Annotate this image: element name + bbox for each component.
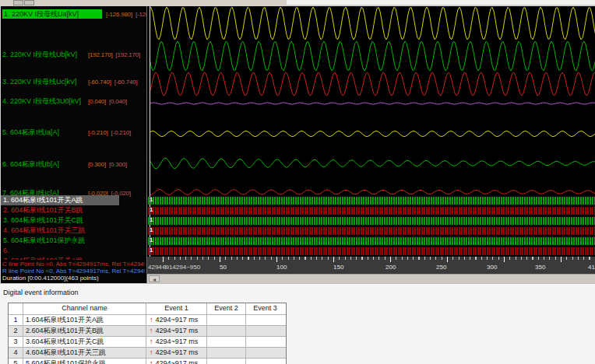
- event-rising-edge-icon: ↑: [150, 316, 153, 324]
- cursor-value: [-0.210]: [88, 129, 108, 136]
- cursor-value: [0.300]: [88, 161, 106, 168]
- analog-channel-values: [0.300][0.300]: [88, 160, 127, 170]
- digital-channel-row[interactable]: 1. 604柘泉I线101开关A跳: [1, 195, 119, 205]
- waveform-trace: [150, 72, 595, 96]
- analog-channel-label[interactable]: 4. 220KV I段母线3U0[kV]: [2, 96, 81, 106]
- digital-waveform-bar[interactable]: 1: [148, 217, 595, 225]
- digital-waveform-bar[interactable]: 1: [148, 237, 595, 245]
- ruler-tick-label: 200: [386, 264, 396, 271]
- analog-channel-label[interactable]: 6. 604柘泉I线Ib[A]: [2, 159, 59, 169]
- channel-name-cell: 5.604柘泉I线101保护永跳: [23, 359, 146, 364]
- toolbar-strip-light-area: [287, 0, 595, 5]
- cursor-status-line: C line Point No =0, Abs T=4294917ms, Rel…: [2, 261, 145, 268]
- cursor-time-label: 4294~914294~950: [148, 264, 200, 271]
- analog-channel-row[interactable]: 6. 604柘泉I线Ib[A][0.300][0.300]: [2, 159, 146, 170]
- horizontal-scrollbar[interactable]: ◄: [147, 274, 595, 283]
- digital-state-value: 1: [150, 216, 153, 223]
- ruler-tick-label-clipped: 41: [588, 264, 595, 271]
- table-header-cell: Event 2: [206, 303, 245, 314]
- table-header-cell: Channel name: [23, 303, 146, 314]
- table-row[interactable]: 22.604柘泉I线101开关B跳↑4294~917 ms: [9, 325, 286, 336]
- digital-waveform-bar[interactable]: 1: [148, 247, 595, 255]
- ruler-tick-label: 150: [333, 264, 343, 271]
- cursor-value: [-126.980]: [106, 11, 132, 18]
- cursor-value: [192.170]: [88, 51, 113, 58]
- digital-channel-row[interactable]: 2. 604柘泉I线101开关B跳: [1, 205, 86, 215]
- digital-state-value: 1: [150, 236, 153, 243]
- scroll-left-button[interactable]: ◄: [149, 275, 160, 282]
- channel-name-cell: 4.604柘泉I线101开关三跳: [23, 348, 146, 358]
- analog-channel-label[interactable]: 2. 220KV I段母线Ub[kV]: [2, 50, 77, 59]
- channel-name-cell: 2.604柘泉I线101开关B跳: [23, 326, 146, 336]
- event1-time: 4294~917 ms: [156, 359, 199, 364]
- analog-waveform-canvas[interactable]: [147, 6, 595, 197]
- ruler-tick-label: 100: [276, 264, 287, 271]
- digital-channel-row[interactable]: 6.: [1, 246, 12, 256]
- ref-value: [-60.740]: [114, 79, 138, 86]
- analog-channel-label[interactable]: 5. 604柘泉I线Ia[A]: [2, 128, 59, 137]
- event-rising-edge-icon: ↑: [150, 348, 153, 356]
- table-header-cell: Event 1: [146, 303, 206, 314]
- digital-channel-row[interactable]: 3. 604柘泉I线101开关C跳: [1, 215, 86, 226]
- channel-name-cell: 3.604柘泉I线101开关C跳: [23, 337, 146, 347]
- event2-cell: [206, 326, 245, 336]
- analog-channel-row[interactable]: 4. 220KV I段母线3U0[kV][0.040][0.040]: [2, 96, 146, 107]
- analog-channel-row[interactable]: 1. 220KV I段母线Ua[kV][-126.980][-126.980]: [2, 9, 146, 19]
- ruler-tick-label: 0: [163, 264, 166, 271]
- digital-event-panel: Digital event information Channel nameEv…: [0, 283, 595, 364]
- table-header-row: Channel nameEvent 1Event 2Event 3: [9, 303, 286, 314]
- waveform-trace: [150, 7, 595, 40]
- table-row[interactable]: 33.604柘泉I线101开关C跳↑4294~917 ms: [9, 336, 286, 347]
- analog-channel-values: [-0.210][-0.210]: [88, 128, 131, 138]
- status-block: C line Point No =0, Abs T=4294917ms, Rel…: [1, 260, 146, 283]
- event2-cell: [206, 348, 245, 358]
- analog-channel-row[interactable]: 5. 604柘泉I线Ia[A][-0.210][-0.210]: [2, 128, 146, 138]
- event3-cell: [245, 326, 284, 336]
- table-row[interactable]: 55.604柘泉I线101保护永跳↑4294~917 ms: [9, 358, 286, 364]
- event3-cell: [245, 315, 284, 325]
- ref-value: [-0.210]: [111, 129, 132, 136]
- event-rising-edge-icon: ↑: [150, 338, 153, 345]
- cursor-status-line: R line Point No =0, Abs T=4294917ms, Rel…: [2, 268, 145, 275]
- toolbar-button-1[interactable]: [13, 0, 23, 5]
- event1-cell: ↑4294~917 ms: [146, 326, 206, 336]
- channel-name-cell: 1.604柘泉I线101开关A跳: [23, 315, 146, 325]
- digital-waveform-bar[interactable]: 1: [148, 227, 595, 235]
- event3-cell: [245, 337, 284, 347]
- cursor-value: [-60.740]: [88, 79, 111, 86]
- event1-cell: ↑4294~917 ms: [146, 315, 206, 325]
- digital-waveform-bar[interactable]: 1: [148, 197, 595, 205]
- event1-time: 4294~917 ms: [156, 327, 199, 334]
- time-ruler[interactable]: 4294~914294~95005010015020025030035041: [147, 257, 595, 274]
- ref-value: [0.300]: [109, 161, 127, 168]
- main-area: C line Point No =0, Abs T=4294917ms, Rel…: [0, 6, 595, 283]
- analog-channel-row[interactable]: 2. 220KV I段母线Ub[kV][192.170][192.170]: [2, 50, 146, 60]
- waveform-trace: [150, 131, 595, 137]
- digital-channel-row[interactable]: 4. 604柘泉I线101开关三跳: [1, 226, 88, 236]
- analog-channel-label[interactable]: 1. 220KV I段母线Ua[kV]: [2, 9, 102, 19]
- table-header-cell: Event 3: [245, 303, 284, 314]
- digital-waveform-bar[interactable]: 1: [148, 207, 595, 215]
- event2-cell: [206, 315, 245, 325]
- wave-panel[interactable]: 4294~914294~95005010015020025030035041 ◄…: [146, 6, 595, 283]
- top-toolbar-strip: [0, 0, 595, 6]
- digital-state-value: 1: [150, 206, 153, 213]
- analog-channel-row[interactable]: 3. 220KV I段母线Uc[kV][-60.740][-60.740]: [2, 77, 146, 87]
- table-row[interactable]: 44.604柘泉I线101开关三跳↑4294~917 ms: [9, 347, 286, 358]
- analog-channel-values: [-60.740][-60.740]: [88, 78, 138, 87]
- ref-value: [-126.980]: [136, 11, 146, 18]
- analog-channel-label[interactable]: 3. 220KV I段母线Uc[kV]: [2, 77, 77, 86]
- table-row[interactable]: 11.604柘泉I线101开关A跳↑4294~917 ms: [9, 314, 286, 325]
- digital-channel-row[interactable]: 5. 604柘泉I线101保护永跳: [1, 236, 88, 246]
- analog-channel-values: [-126.980][-126.980]: [106, 10, 146, 19]
- duration-status-line: Duration [0:00.412000](463 points): [2, 275, 145, 282]
- waveform-trace: [150, 190, 595, 195]
- toolbar-button-2[interactable]: [24, 0, 34, 5]
- digital-event-title: Digital event information: [3, 289, 79, 296]
- event1-time: 4294~917 ms: [156, 348, 199, 356]
- event1-time: 4294~917 ms: [156, 338, 199, 345]
- digital-state-value: 1: [150, 247, 153, 254]
- row-number-cell: 3: [9, 337, 23, 347]
- digital-state-value: 1: [150, 196, 153, 203]
- event3-cell: [245, 359, 284, 364]
